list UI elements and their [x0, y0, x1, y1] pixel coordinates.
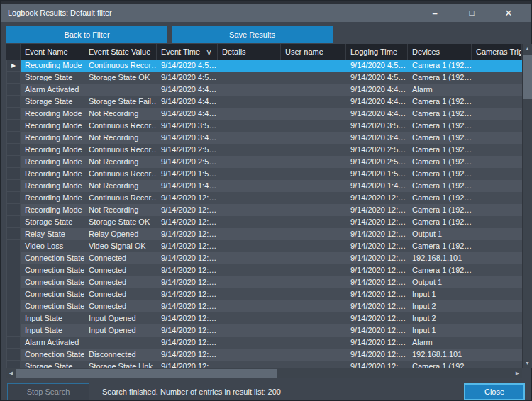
table-row[interactable]: Connection State Connected 9/14/2020 12:… — [6, 252, 522, 264]
vertical-scrollbar[interactable]: ▲ ▼ — [522, 44, 532, 368]
column-header-details[interactable]: Details — [218, 44, 281, 60]
stop-search-button[interactable]: Stop Search — [7, 383, 89, 400]
column-header-cameras-triggered[interactable]: Cameras Trig — [472, 44, 522, 60]
table-row[interactable]: Recording Mode Not Recording 9/14/2020 3… — [6, 132, 522, 144]
scroll-down-icon[interactable]: ▼ — [523, 358, 532, 368]
cell-event-time: 9/14/2020 12:… — [157, 276, 218, 288]
maximize-icon[interactable]: □ — [453, 4, 490, 22]
close-button[interactable]: Close — [464, 383, 525, 400]
table-row[interactable]: Recording Mode Not Recording 9/14/2020 4… — [6, 108, 522, 120]
table-row[interactable]: Relay State Relay Opened 9/14/2020 12:… … — [6, 228, 522, 240]
table-body: ▶ Recording Mode Continuous Recor… 9/14/… — [6, 60, 522, 368]
cell-event-time: 9/14/2020 12:… — [157, 361, 218, 368]
cell-event-state-value: Storage State Unk… — [84, 361, 157, 368]
table-row[interactable]: ▶ Recording Mode Continuous Recor… 9/14/… — [6, 60, 522, 72]
horizontal-scrollbar[interactable]: ◀ ▶ — [6, 368, 522, 378]
cell-devices: Camera 1 (192… — [408, 144, 472, 156]
table-row[interactable]: Alarm Activated 9/14/2020 4:4… 9/14/2020… — [6, 84, 522, 96]
scroll-right-icon[interactable]: ▶ — [513, 368, 522, 378]
cell-event-time: 9/14/2020 4:4… — [157, 84, 218, 96]
table-row[interactable]: Storage State Storage State OK 9/14/2020… — [6, 72, 522, 84]
table-row[interactable]: Storage State Storage State Fail… 9/14/2… — [6, 96, 522, 108]
table-row[interactable]: Connection State Connected 9/14/2020 12:… — [6, 276, 522, 288]
cell-event-name: Input State — [21, 312, 84, 324]
row-selector-cell — [6, 264, 21, 276]
table-row[interactable]: Recording Mode Continuous Recor… 9/14/20… — [6, 168, 522, 180]
table-row[interactable]: Connection State Connected 9/14/2020 12:… — [6, 288, 522, 300]
back-to-filter-button[interactable]: Back to Filter — [6, 26, 167, 43]
row-selector-cell — [6, 252, 21, 264]
sort-descending-icon[interactable]: ∇ — [206, 48, 211, 56]
cell-logging-time: 9/14/2020 12:… — [346, 228, 408, 240]
vertical-scrollbar-thumb[interactable] — [523, 55, 532, 99]
column-header-devices[interactable]: Devices — [408, 44, 472, 60]
table-row[interactable]: Connection State Disconnected 9/14/2020 … — [6, 349, 522, 361]
results-table: Event Name Event State Value Event Time∇… — [6, 44, 532, 378]
cell-devices: Output 1 — [408, 228, 472, 240]
cell-logging-time: 9/14/2020 12:… — [346, 288, 408, 300]
cell-logging-time: 9/14/2020 1:4… — [346, 180, 408, 192]
cell-event-time: 9/14/2020 4:5… — [157, 72, 218, 84]
table-row[interactable]: Video Loss Video Signal OK 9/14/2020 12:… — [6, 240, 522, 252]
cell-event-time: 9/14/2020 12:… — [157, 216, 218, 228]
scroll-left-icon[interactable]: ◀ — [6, 368, 16, 378]
close-icon[interactable]: ✕ — [490, 4, 527, 22]
cell-event-time: 9/14/2020 12:… — [157, 349, 218, 361]
cell-logging-time: 9/14/2020 4:4… — [346, 96, 408, 108]
column-header-logging-time[interactable]: Logging Time — [346, 44, 408, 60]
cell-logging-time: 9/14/2020 3:4… — [346, 132, 408, 144]
column-header-label: Event Time — [161, 47, 200, 56]
table-row[interactable]: Recording Mode Not Recording 9/14/2020 2… — [6, 156, 522, 168]
scroll-up-icon[interactable]: ▲ — [523, 44, 532, 53]
cell-event-name: Connection State — [21, 252, 84, 264]
cell-devices: Camera 1 (192… — [408, 96, 472, 108]
minimize-icon[interactable]: – — [416, 4, 453, 22]
cell-event-state-value: Not Recording — [84, 204, 157, 216]
footer-bar: Stop Search Search finished. Number of e… — [1, 383, 531, 400]
window-controls: – □ ✕ — [416, 4, 531, 22]
table-row[interactable]: Recording Mode Not Recording 9/14/2020 1… — [6, 204, 522, 216]
table-row[interactable]: Connection State Connected 9/14/2020 12:… — [6, 264, 522, 276]
cell-event-state-value: Connected — [84, 276, 157, 288]
table-row[interactable]: Recording Mode Continuous Recor… 9/14/20… — [6, 192, 522, 204]
row-selector-cell — [6, 324, 21, 337]
row-selector-cell — [6, 84, 21, 96]
cell-devices: Camera 1 (192… — [408, 60, 472, 72]
cell-event-state-value: Storage State Fail… — [84, 96, 157, 108]
cell-event-time: 9/14/2020 12:… — [157, 228, 218, 240]
cell-event-time: 9/14/2020 12:… — [157, 300, 218, 312]
cell-event-name: Storage State — [21, 216, 84, 228]
cell-event-time: 9/14/2020 12:… — [157, 252, 218, 264]
cell-devices: Input 1 — [408, 288, 472, 300]
cell-devices: Camera 1 (192… — [408, 156, 472, 168]
horizontal-scrollbar-thumb[interactable] — [16, 369, 277, 378]
row-selector-cell — [6, 204, 21, 216]
cell-event-name: Input State — [21, 324, 84, 337]
row-selector-cell — [6, 192, 21, 204]
cell-event-name: Connection State — [21, 276, 84, 288]
table-row[interactable]: Input State Input Opened 9/14/2020 12:… … — [6, 324, 522, 337]
column-header-user-name[interactable]: User name — [281, 44, 346, 60]
cell-devices: Alarm — [408, 84, 472, 96]
column-header-event-state-value[interactable]: Event State Value — [84, 44, 157, 60]
cell-logging-time: 9/14/2020 12:… — [346, 312, 408, 324]
table-row[interactable]: Recording Mode Continuous Recor… 9/14/20… — [6, 120, 522, 132]
table-row[interactable]: Alarm Activated 9/14/2020 12:… 9/14/2020… — [6, 337, 522, 349]
cell-event-state-value: Not Recording — [84, 156, 157, 168]
save-results-button[interactable]: Save Results — [172, 26, 333, 43]
table-row[interactable]: Storage State Storage State OK 9/14/2020… — [6, 216, 522, 228]
cell-event-state-value: Continuous Recor… — [84, 192, 157, 204]
row-selector-cell — [6, 228, 21, 240]
row-selector-cell — [6, 168, 21, 180]
toolbar: Back to Filter Save Results — [6, 26, 531, 43]
cell-devices: Camera 1 (192… — [408, 168, 472, 180]
column-header-event-time[interactable]: Event Time∇ — [157, 44, 218, 60]
table-row[interactable]: Input State Input Opened 9/14/2020 12:… … — [6, 312, 522, 324]
cell-logging-time: 9/14/2020 12:… — [346, 349, 408, 361]
table-row[interactable]: Storage State Storage State Unk… 9/14/20… — [6, 361, 522, 368]
column-header-event-name[interactable]: Event Name — [21, 44, 84, 60]
table-row[interactable]: Recording Mode Continuous Recor… 9/14/20… — [6, 144, 522, 156]
cell-event-time: 9/14/2020 4:4… — [157, 96, 218, 108]
table-row[interactable]: Connection State Connected 9/14/2020 12:… — [6, 300, 522, 312]
table-row[interactable]: Recording Mode Not Recording 9/14/2020 1… — [6, 180, 522, 192]
